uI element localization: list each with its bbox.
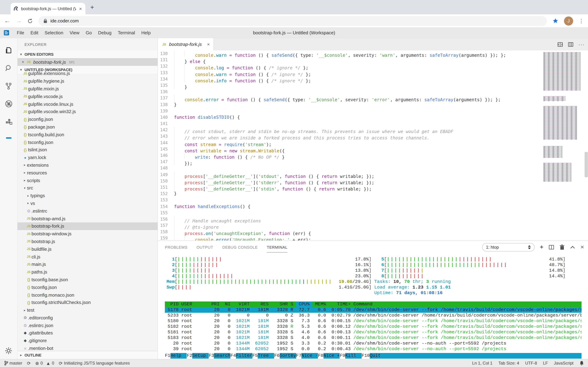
sync-status[interactable]: ⟳ — [27, 361, 31, 366]
more-actions-icon[interactable]: ··· — [578, 41, 585, 47]
code-line-154[interactable]: 154function handleExceptions() { — [158, 203, 588, 209]
tree-item-main.js[interactable]: JSmain.js — [17, 260, 157, 268]
code-line-150[interactable]: 150process['__defineGetter__']('stderr',… — [158, 178, 588, 184]
tree-item-gulpfile.vscode.win32.js[interactable]: JSgulpfile.vscode.win32.js — [17, 108, 157, 116]
back-icon[interactable]: ← — [4, 17, 10, 24]
code-line-140[interactable]: 140function disableSTDIO() { — [158, 114, 588, 120]
tree-item-tslint.json[interactable]: {}tslint.json — [17, 146, 157, 154]
tree-item-.eslintrc.json[interactable]: ⊙.eslintrc.json — [17, 322, 157, 329]
close-panel-icon[interactable]: × — [580, 244, 584, 250]
code-line-149[interactable]: 149process['__defineGetter__']('stdout',… — [158, 171, 588, 178]
code-line-142[interactable]: 142// const stdout, stderr and stdin be … — [158, 127, 588, 133]
open-editors-header[interactable]: ▾OPEN EDITORS — [17, 50, 157, 58]
tree-item-gulpfile.extensions.js[interactable]: JSgulpfile.extensions.js — [17, 70, 157, 77]
code-editor[interactable]: 130console.warn = function () { safeSend… — [158, 50, 588, 241]
menu-help[interactable]: Help — [138, 30, 154, 35]
split-terminal-icon[interactable] — [549, 244, 554, 250]
tree-item-.gitignore[interactable]: ◆.gitignore — [17, 337, 157, 345]
tree-item-vs[interactable]: ▸vs — [17, 200, 157, 207]
tree-item-src[interactable]: ▾src — [17, 184, 157, 192]
tree-item-bootstrap-fork.js[interactable]: JSbootstrap-fork.js — [17, 222, 157, 230]
status-utf-8[interactable]: UTF-8 — [525, 361, 537, 366]
debug-disabled-icon[interactable] — [4, 100, 13, 108]
tree-item-paths.js[interactable]: JSpaths.js — [17, 268, 157, 276]
source-control-icon[interactable] — [4, 82, 13, 90]
code-line-143[interactable]: 143// error when we are inside a forked … — [158, 133, 588, 140]
git-branch-status[interactable]: master — [4, 361, 22, 366]
tree-item-extensions[interactable]: ▸extensions — [17, 161, 157, 169]
settings-gear-icon[interactable] — [0, 347, 17, 355]
status-tab-size-4[interactable]: Tab Size: 4 — [498, 361, 519, 366]
code-line-158[interactable]: 158process.on('uncaughtException', funct… — [158, 229, 588, 235]
tree-item-gulpfile.mixin.js[interactable]: JSgulpfile.mixin.js — [17, 85, 157, 93]
menu-file[interactable]: File — [14, 30, 27, 35]
status-javascript[interactable]: JavaScript — [554, 361, 573, 366]
editor-tab[interactable]: JS bootstrap-fork.js × — [158, 38, 213, 50]
code-line-148[interactable]: 148 — [158, 165, 588, 171]
new-tab-button[interactable]: + — [90, 4, 94, 10]
code-line-153[interactable]: 153 — [158, 197, 588, 203]
browser-tab[interactable]: bootstrap-fork.js — Untitled (W × — [10, 3, 85, 14]
open-editor-item[interactable]: × JS bootstrap-fork.js src — [17, 58, 157, 66]
tree-item-tsconfig.json[interactable]: {}tsconfig.json — [17, 284, 157, 291]
code-line-137[interactable]: 137console.error = function () { safeSen… — [158, 95, 588, 101]
tree-item-bootstrap-amd.js[interactable]: JSbootstrap-amd.js — [17, 215, 157, 222]
tree-item-.eslintrc[interactable]: ⊙.eslintrc — [17, 207, 157, 215]
kill-terminal-trash-icon[interactable] — [559, 244, 565, 250]
tree-item-gulpfile.vscode.linux.js[interactable]: JSgulpfile.vscode.linux.js — [17, 100, 157, 108]
new-terminal-icon[interactable]: + — [540, 244, 543, 250]
extensions-icon[interactable] — [4, 117, 13, 126]
panel-tab-debug-console[interactable]: DEBUG CONSOLE — [222, 242, 258, 252]
terminal-select[interactable]: 1: htop — [482, 243, 535, 251]
code-line-136[interactable]: 136 — [158, 89, 588, 95]
tree-item-test[interactable]: ▸test — [17, 306, 157, 314]
panel-tab-problems[interactable]: PROBLEMS — [165, 242, 188, 252]
code-line-130[interactable]: 130console.warn = function () { safeSend… — [158, 50, 588, 57]
tree-item-.mention-bot[interactable]: ≡.mention-bot — [17, 344, 157, 351]
tree-item-buildfile.js[interactable]: JSbuildfile.js — [17, 245, 157, 253]
reload-icon[interactable] — [27, 18, 33, 24]
tree-item-package.json[interactable]: {}package.json — [17, 123, 157, 131]
code-line-132[interactable]: 132console.log = function () { /* ignore… — [158, 63, 588, 69]
tree-item-bootstrap.js[interactable]: JSbootstrap.js — [17, 238, 157, 245]
tree-item-tsconfig.json[interactable]: {}tsconfig.json — [17, 138, 157, 146]
close-icon[interactable]: × — [22, 59, 24, 64]
scrollbar-thumb[interactable] — [585, 152, 588, 177]
browser-menu-icon[interactable]: ⋮ — [579, 18, 584, 24]
tab-close-icon[interactable]: × — [78, 6, 83, 11]
maximize-panel-chevron-icon[interactable] — [570, 245, 575, 249]
code-line-145[interactable]: 145const writable = new stream.Writable(… — [158, 146, 588, 152]
tree-item-bootstrap-window.js[interactable]: JSbootstrap-window.js — [17, 230, 157, 238]
tab-close-icon[interactable]: × — [207, 42, 210, 47]
status-ln-1-col-1[interactable]: Ln 1, Col 1 — [472, 361, 492, 366]
tree-item-scripts[interactable]: ▸scripts — [17, 176, 157, 184]
panel-tab-terminal[interactable]: TERMINAL — [267, 242, 287, 252]
avatar[interactable]: J — [564, 16, 573, 25]
code-line-133[interactable]: 133console.warn = function () { /* ignor… — [158, 69, 588, 76]
tree-item-.editorconfig[interactable]: ⚙.editorconfig — [17, 314, 157, 322]
code-line-139[interactable]: 139 — [158, 108, 588, 114]
forward-icon[interactable]: → — [16, 17, 22, 24]
tree-item-tsconfig.strictNullChecks.json[interactable]: {}tsconfig.strictNullChecks.json — [17, 299, 157, 306]
notifications-bell-icon[interactable] — [580, 361, 584, 366]
menu-terminal[interactable]: Terminal — [115, 30, 138, 35]
tree-item-tsconfig.monaco.json[interactable]: {}tsconfig.monaco.json — [17, 291, 157, 299]
htop-table-header[interactable]: PID USER PRI NI VIRT RES SHR S CPU% MEM%… — [165, 301, 581, 307]
tree-item-jsconfig.json[interactable]: {}jsconfig.json — [17, 116, 157, 123]
menu-go[interactable]: Go — [83, 30, 95, 35]
tree-item-yarn.lock[interactable]: ●yarn.lock — [17, 154, 157, 161]
status-lf[interactable]: LF — [543, 361, 548, 366]
bookmark-star-icon[interactable] — [553, 18, 558, 24]
off-badge[interactable] — [6, 137, 11, 139]
split-editor-icon[interactable] — [557, 42, 563, 47]
url-text[interactable]: ide.coder.com — [50, 18, 79, 24]
code-line-159[interactable]: 159console.error('Uncaught Exception: ' … — [158, 235, 588, 241]
problems-status[interactable]: ⊗0 ▲0 — [35, 361, 54, 366]
terminal[interactable]: 1[||||||||||||17.8%]2[|||||||||||16.1%]3… — [158, 253, 588, 359]
menu-view[interactable]: View — [66, 30, 83, 35]
code-line-155[interactable]: 155 — [158, 209, 588, 216]
outline-header[interactable]: ▸OUTLINE — [17, 351, 157, 359]
code-line-141[interactable]: 141 — [158, 120, 588, 127]
tree-item-.gitattributes[interactable]: ◆.gitattributes — [17, 329, 157, 337]
code-line-156[interactable]: 156// Handle uncaught exceptions — [158, 216, 588, 222]
